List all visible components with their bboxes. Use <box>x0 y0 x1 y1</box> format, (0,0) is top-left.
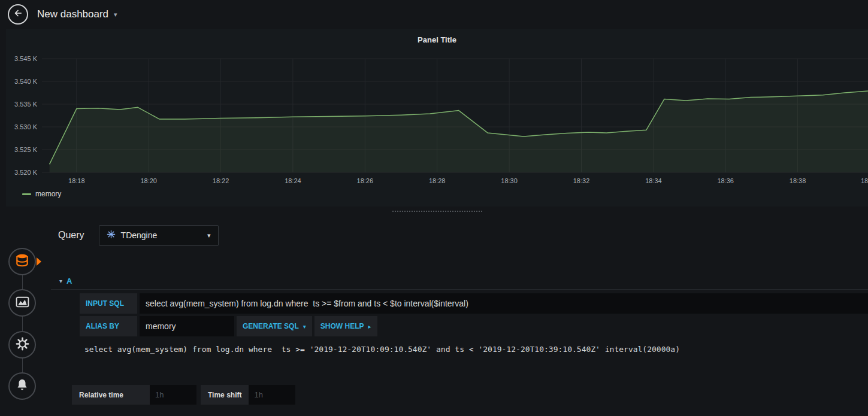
legend-item-memory[interactable]: memory <box>22 190 61 198</box>
svg-text:18:24: 18:24 <box>285 177 301 184</box>
input-sql-row: INPUT SQL <box>80 293 868 314</box>
chevron-down-icon: ▾ <box>303 323 306 330</box>
svg-text:18:36: 18:36 <box>717 177 734 184</box>
tab-general[interactable] <box>8 331 36 359</box>
panel-title[interactable]: Panel Title <box>6 35 868 44</box>
chevron-down-icon: ▾ <box>207 232 211 239</box>
svg-text:18: 18 <box>861 177 868 184</box>
generate-sql-label: GENERATE SQL <box>243 322 299 330</box>
datasource-name: TDengine <box>121 230 158 240</box>
tab-alert[interactable] <box>8 372 36 400</box>
database-icon <box>14 253 30 271</box>
svg-text:18:18: 18:18 <box>68 177 85 184</box>
alias-by-label: ALIAS BY <box>80 316 137 336</box>
svg-text:18:38: 18:38 <box>790 177 806 184</box>
svg-text:18:28: 18:28 <box>429 177 446 184</box>
time-series-chart[interactable]: 3.545 K3.540 K3.535 K3.530 K3.525 K3.520… <box>6 53 868 190</box>
arrow-left-icon <box>13 8 23 21</box>
chevron-down-icon: ▾ <box>59 278 62 284</box>
time-shift-input[interactable] <box>249 385 295 405</box>
gear-icon <box>15 336 30 354</box>
alias-by-field[interactable] <box>140 316 234 336</box>
svg-text:18:20: 18:20 <box>140 177 157 184</box>
svg-text:18:34: 18:34 <box>645 177 662 184</box>
query-header: Query TDengine ▾ <box>58 224 868 246</box>
dashboard-title-dropdown[interactable]: New dashboard ▾ <box>37 8 117 20</box>
svg-text:3.545 K: 3.545 K <box>14 55 38 62</box>
svg-text:3.540 K: 3.540 K <box>14 78 38 85</box>
tab-visualization[interactable] <box>8 289 36 317</box>
query-row-collapse[interactable]: ▾ A <box>51 272 868 290</box>
legend-label: memory <box>35 190 61 198</box>
generated-sql-preview: select avg(mem_system) from log.dn where… <box>84 345 868 354</box>
panel-editor: Query TDengine ▾ ▾ A <box>0 220 868 411</box>
show-help-button[interactable]: SHOW HELP ▸ <box>314 316 377 336</box>
rail-connector-line <box>22 262 23 387</box>
input-sql-field[interactable] <box>140 293 868 314</box>
time-options-row: Relative time Time shift <box>72 385 868 405</box>
tdengine-logo-icon <box>107 230 116 241</box>
relative-time-label: Relative time <box>72 385 150 405</box>
query-editor-main: Query TDengine ▾ ▾ A <box>51 220 868 411</box>
show-help-label: SHOW HELP <box>320 322 364 330</box>
svg-text:3.530 K: 3.530 K <box>14 123 38 130</box>
svg-text:3.520 K: 3.520 K <box>14 169 38 176</box>
bell-icon <box>15 378 29 394</box>
tab-queries[interactable] <box>8 248 36 275</box>
graph-panel: Panel Title 3.545 K3.540 K3.535 K3.530 K… <box>6 29 868 207</box>
time-shift-pair: Time shift <box>201 385 295 405</box>
generate-sql-button[interactable]: GENERATE SQL ▾ <box>237 316 312 336</box>
alias-by-row: ALIAS BY GENERATE SQL ▾ SHOW HELP ▸ <box>80 316 868 336</box>
query-section-title: Query <box>58 230 84 241</box>
input-sql-label: INPUT SQL <box>80 293 137 314</box>
chevron-down-icon: ▾ <box>114 11 117 19</box>
active-tab-arrow-icon <box>37 257 41 266</box>
dashboard-title: New dashboard <box>37 8 108 20</box>
svg-text:18:26: 18:26 <box>357 177 374 184</box>
back-button[interactable] <box>8 4 28 25</box>
legend-swatch <box>22 193 31 195</box>
top-nav: New dashboard ▾ <box>0 0 868 29</box>
svg-text:18:22: 18:22 <box>213 177 229 184</box>
relative-time-input[interactable] <box>150 385 196 405</box>
svg-text:3.525 K: 3.525 K <box>14 146 38 153</box>
time-shift-label: Time shift <box>201 385 249 405</box>
svg-text:18:32: 18:32 <box>573 177 590 184</box>
svg-text:18:30: 18:30 <box>501 177 518 184</box>
svg-text:3.535 K: 3.535 K <box>14 101 38 108</box>
panel-resize-row <box>6 207 868 216</box>
datasource-picker[interactable]: TDengine ▾ <box>99 225 219 246</box>
relative-time-pair: Relative time <box>72 385 196 405</box>
chevron-right-icon: ▸ <box>368 323 371 330</box>
editor-tab-rail <box>0 220 51 411</box>
panel-resize-handle[interactable] <box>392 211 482 212</box>
query-row-letter: A <box>66 277 72 286</box>
chart-icon <box>15 294 30 312</box>
